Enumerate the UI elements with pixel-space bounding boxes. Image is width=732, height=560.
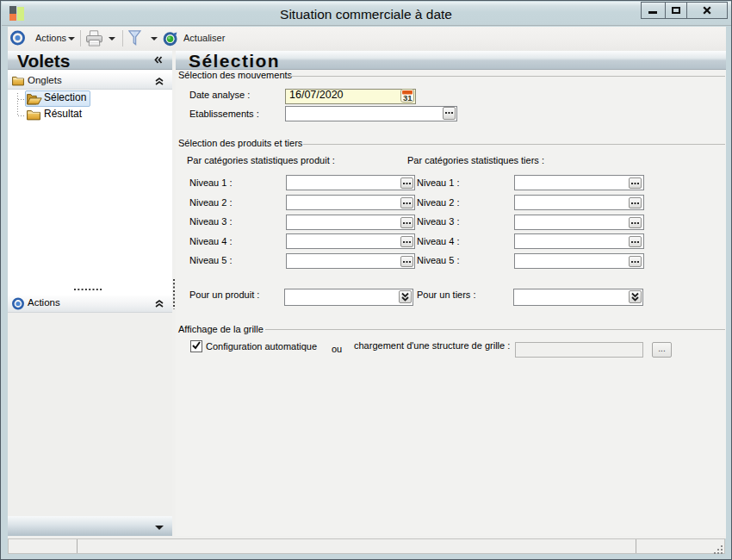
svg-text:31: 31 xyxy=(403,93,413,103)
